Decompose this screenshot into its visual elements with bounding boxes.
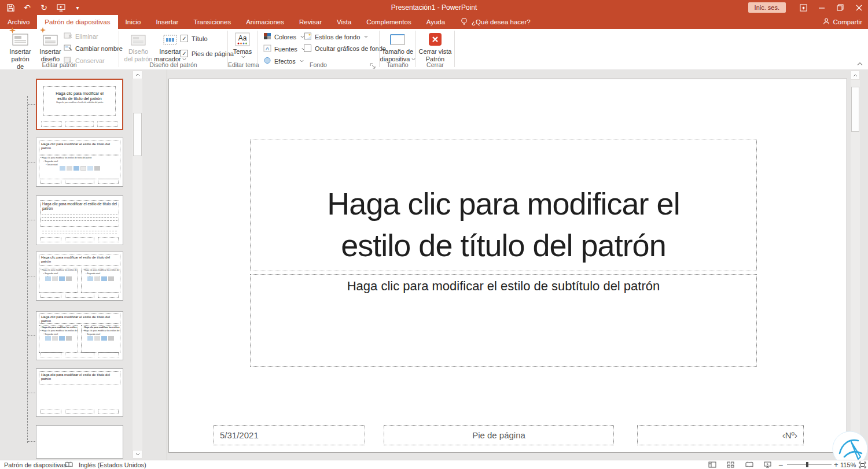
slide-size-button[interactable]: Tamaño de diapositiva [381, 30, 414, 63]
tab-archivo[interactable]: Archivo [0, 15, 37, 29]
tab-patron-de-diapositivas[interactable]: Patrón de diapositivas [37, 15, 117, 29]
rename-icon [64, 45, 72, 53]
thumbnail-title-only-layout[interactable]: Haga clic para modificar el estilo de tí… [36, 368, 123, 417]
zoom-slider-handle[interactable] [806, 462, 808, 467]
tab-transiciones[interactable]: Transiciones [186, 15, 238, 29]
thumbnail-title-slide-layout[interactable]: Haga clic para modificar el estilo de tí… [36, 79, 123, 130]
content-icons [45, 336, 72, 341]
footers-checkbox[interactable]: ✓ Pies de página [181, 50, 234, 57]
person-icon [823, 18, 830, 26]
thumbnail-scrollbar-up-button[interactable] [133, 71, 142, 79]
pane-divider[interactable] [167, 69, 167, 460]
thumbnail-section-layout[interactable]: Haga clic para modificar el estilo de tí… [36, 195, 123, 245]
thumbnail-blank-layout[interactable] [36, 425, 123, 459]
colors-button[interactable]: Colores [263, 32, 304, 41]
thumb-footer-placeholders [41, 179, 119, 184]
undo-icon[interactable]: ↶ [23, 2, 32, 13]
checkbox-checked-icon: ✓ [181, 35, 188, 42]
tell-me-label: ¿Qué desea hacer? [472, 19, 531, 25]
tab-vista[interactable]: Vista [329, 15, 359, 29]
chevron-down-icon [364, 35, 368, 38]
footer-placeholder[interactable]: Pie de página [384, 425, 614, 445]
insert-layout-button[interactable]: Insertar diseño [39, 30, 61, 63]
colors-icon [263, 32, 271, 41]
subtitle-placeholder[interactable]: Haga clic para modificar el estilo de su… [250, 274, 757, 367]
restore-button[interactable] [831, 0, 849, 15]
spellcheck-icon[interactable] [65, 460, 73, 469]
tab-insertar[interactable]: Insertar [148, 15, 186, 29]
zoom-level[interactable]: 115% [840, 460, 856, 469]
thumb-footer-placeholders [41, 293, 119, 298]
group-diseno-del-patron: Diseño del patrón Insertar marcador ✓ Tí… [119, 29, 227, 69]
save-icon[interactable] [6, 2, 15, 13]
language-indicator[interactable]: Inglés (Estados Unidos) [79, 460, 146, 469]
close-button[interactable] [849, 0, 868, 15]
thumb-footer-placeholders [41, 352, 119, 357]
workspace: Haga clic para modificar el estilo de tí… [0, 69, 868, 460]
group-cerrar: Cerrar vista Patrón Cerrar [416, 29, 454, 69]
tab-ayuda[interactable]: Ayuda [419, 15, 453, 29]
reading-view-button[interactable] [745, 460, 753, 469]
fonts-button[interactable]: A Fuentes [263, 45, 306, 53]
chevron-down-icon [411, 58, 415, 61]
zoom-in-button[interactable]: + [834, 460, 838, 469]
zoom-slider-track[interactable] [787, 464, 832, 465]
quick-access-toolbar: ↶ ↻ ▾ [6, 2, 82, 13]
group-separator [454, 31, 455, 67]
main-scrollbar-up-button[interactable] [851, 71, 860, 80]
thumbnail-two-content-layout[interactable]: Haga clic para modificar el estilo de tí… [36, 252, 123, 301]
content-icons [60, 166, 100, 171]
window-title: Presentación1 - PowerPoint [391, 3, 477, 12]
main-scrollbar-thumb[interactable] [851, 87, 859, 132]
content-icons [87, 336, 114, 341]
group-label-cerrar: Cerrar [416, 61, 454, 68]
title-checkbox[interactable]: ✓ Título [181, 35, 208, 42]
share-button[interactable]: Compartir [823, 15, 862, 29]
tab-revisar[interactable]: Revisar [292, 15, 329, 29]
start-slideshow-icon[interactable] [56, 2, 65, 13]
zoom-out-button[interactable]: − [778, 460, 783, 469]
themes-button[interactable]: Aa Temas [230, 30, 255, 58]
slideshow-view-button[interactable] [764, 460, 771, 469]
thumbnail-slide-master[interactable]: Haga clic para modificar el estilo de tí… [36, 138, 123, 187]
dialog-launcher-icon[interactable] [370, 61, 376, 68]
thumbnail-comparison-layout[interactable]: Haga clic para modificar el estilo de tí… [36, 311, 123, 360]
normal-view-button[interactable] [708, 460, 716, 469]
svg-text:Aa: Aa [238, 34, 247, 42]
tab-inicio[interactable]: Inicio [118, 15, 149, 29]
statusbar: Patrón de diapositivas Inglés (Estados U… [0, 460, 868, 469]
rename-button[interactable]: Cambiar nombre [64, 45, 123, 53]
redo-icon[interactable]: ↻ [39, 2, 49, 13]
hide-background-graphics-checkbox[interactable]: Ocultar gráficos de fondo [304, 45, 386, 52]
tab-animaciones[interactable]: Animaciones [238, 15, 292, 29]
thumb-footer-placeholders [41, 121, 118, 127]
layout-tree-line [27, 96, 28, 443]
background-styles-button[interactable]: Estilos de fondo [304, 32, 368, 41]
title-placeholder[interactable]: Haga clic para modificar el estilo de tí… [250, 139, 757, 271]
thumbnail-scrollbar-down-button[interactable] [133, 450, 142, 459]
ribbon-display-options-icon[interactable] [794, 0, 812, 15]
fit-slide-to-window-button[interactable] [859, 460, 866, 469]
tree-connector [28, 335, 35, 336]
group-tamano: Tamaño de diapositiva Tamaño [380, 29, 415, 69]
slide-number-placeholder[interactable]: ‹Nº› [637, 425, 804, 445]
tree-connector [28, 393, 35, 393]
tab-complementos[interactable]: Complementos [359, 15, 418, 29]
group-editar-patron: Insertar patrón de diapositivas Insertar… [0, 29, 119, 69]
delete-button: Eliminar [64, 32, 98, 40]
minimize-button[interactable] [812, 0, 831, 15]
group-label-tamano: Tamaño [380, 61, 415, 68]
delete-icon [64, 32, 72, 40]
close-master-view-button[interactable]: Cerrar vista Patrón [418, 30, 453, 63]
thumbnail-scrollbar-thumb[interactable] [133, 113, 142, 156]
slide-sorter-view-button[interactable] [727, 460, 734, 469]
customize-qat-icon[interactable]: ▾ [73, 2, 82, 13]
tell-me-search[interactable]: ¿Qué desea hacer? [461, 15, 531, 29]
sign-in-button[interactable]: Inic. ses. [748, 2, 786, 13]
collapse-ribbon-icon[interactable] [857, 58, 863, 68]
titlebar: ↶ ↻ ▾ Presentación1 - PowerPoint Inic. s… [0, 0, 868, 15]
date-placeholder[interactable]: 5/31/2021 [214, 425, 365, 445]
thumb-footer-placeholders [41, 237, 119, 242]
tree-connector [28, 104, 35, 105]
insert-placeholder-icon [162, 30, 178, 46]
